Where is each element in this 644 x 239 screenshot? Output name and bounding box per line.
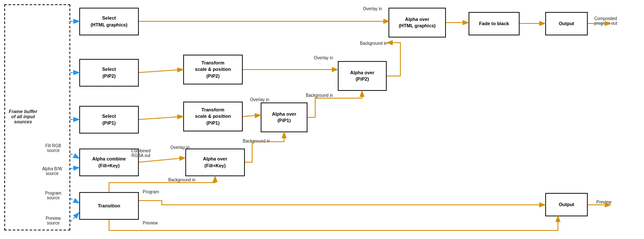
- arrow-program: [70, 198, 78, 203]
- arrow-transition-bg-fillkey: [109, 177, 215, 192]
- composited-out-label: Compositedprogram out: [594, 16, 617, 26]
- program-label: Program: [143, 189, 159, 194]
- alpha-over-html-node: Alpha over(HTML graphics): [388, 8, 446, 38]
- program-source-label: Programsource: [38, 191, 68, 200]
- overlay-in-html-label: Overlay in: [363, 6, 382, 11]
- background-in-fillkey-label: Background in: [168, 178, 196, 182]
- frame-buffer-label: Frame buffer of all input sources: [6, 109, 40, 124]
- arrow-pip2-to-html: [387, 43, 400, 76]
- alpha-combine-node: Alpha combine(Fill+Key): [79, 149, 139, 176]
- preview-out-label: Preview: [596, 200, 612, 204]
- preview-source-label: Previewsource: [38, 216, 68, 225]
- arrow-fill-rgb: [70, 154, 78, 158]
- arrow-pip2-to-transform: [139, 70, 182, 73]
- transition-node: Transition: [79, 192, 139, 220]
- background-in-pip2-label: Background in: [306, 93, 333, 98]
- combined-rgba-label: CombinedRGBA out: [131, 149, 151, 158]
- overlay-in-pip1-label: Overlay in: [250, 97, 269, 102]
- background-in-html-label: Background in: [360, 41, 387, 46]
- arrow-transform-pip1-to-alpha-pip1: [243, 115, 260, 117]
- arrow-combine-to-alpha-fillkey: [139, 158, 184, 162]
- transform-pip2-node: Transformscale & position(PiP2): [183, 55, 243, 85]
- output-main-node: Output: [545, 12, 588, 35]
- alpha-bw-label: Alpha B/Wsource: [36, 166, 68, 176]
- overlay-in-fillkey-label: Overlay in: [170, 145, 190, 150]
- arrow-preview: [70, 213, 78, 222]
- select-pip2-node: Select(PiP2): [79, 59, 139, 87]
- transform-pip1-node: Transformscale & position(PiP1): [183, 102, 243, 131]
- diagram-container: Frame buffer of all input sources Fill R…: [0, 0, 644, 239]
- arrow-pip1-to-transform: [139, 117, 182, 120]
- background-in-pip1-label: Background in: [243, 139, 270, 143]
- preview-label: Preview: [143, 221, 158, 225]
- alpha-over-fillkey-node: Alpha over(Fill+Key): [185, 149, 245, 176]
- alpha-over-pip2-node: Alpha over(PiP2): [338, 61, 387, 91]
- select-html-node: Select(HTML graphics): [79, 8, 139, 35]
- arrow-transition-preview: [109, 217, 558, 230]
- arrow-fillkey-to-pip1: [245, 133, 284, 162]
- fill-rgb-label: Fill RGBsource: [38, 143, 68, 153]
- fade-to-black-node: Fade to black: [469, 12, 520, 35]
- overlay-in-pip2-label: Overlay in: [314, 55, 333, 60]
- arrow-alpha-bw: [70, 168, 78, 169]
- alpha-over-pip1-node: Alpha over(PiP1): [261, 102, 308, 132]
- arrow-transition-program: [139, 201, 544, 205]
- output-preview-node: Output: [545, 193, 588, 216]
- select-pip1-node: Select(PiP1): [79, 106, 139, 134]
